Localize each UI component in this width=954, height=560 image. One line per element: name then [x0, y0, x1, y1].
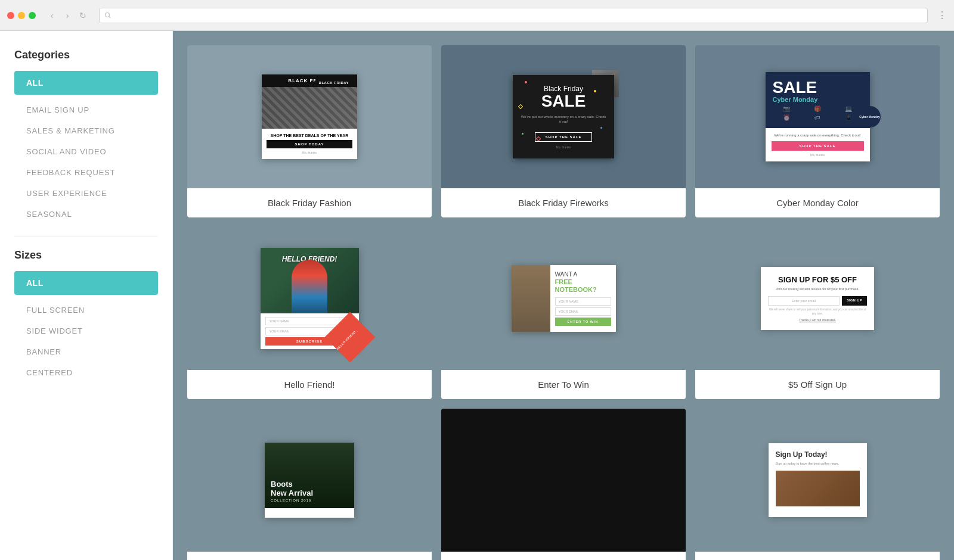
template-label: Black Friday Fireworks: [441, 188, 686, 217]
template-preview: ✕ HELLO FRIEND! YOUR NAME YOUR EMAIL SUB…: [187, 227, 432, 370]
5off-signup-button[interactable]: SIGN UP: [842, 296, 867, 306]
forward-button[interactable]: ›: [61, 9, 74, 22]
etw-notebook: FREE NOTEBOOK?: [555, 278, 597, 293]
categories-title: Categories: [14, 49, 158, 61]
sut-title: Sign Up Today!: [776, 450, 860, 459]
template-card-black-friday-fashion[interactable]: BLACK FRIDAY BLACK FRIDAY SHOP THE BEST …: [187, 45, 432, 217]
svg-line-1: [109, 16, 111, 18]
popup-bfw: Black Friday SALE We've put our whole in…: [513, 75, 614, 159]
template-card-black-friday-fireworks[interactable]: NewFrame Black Friday: [441, 45, 686, 217]
hf-person-image: [292, 260, 327, 313]
popup-boots: BootsNew Arrival COLLECTION 2016: [265, 443, 354, 518]
etw-button[interactable]: ENTER TO WIN: [555, 318, 611, 326]
back-button[interactable]: ‹: [45, 9, 58, 22]
popup-sut: Sign Up Today! Sign up today to have the…: [769, 443, 867, 517]
popup-hf-wrapper: ✕ HELLO FRIEND! YOUR NAME YOUR EMAIL SUB…: [261, 248, 359, 349]
sidebar-item-full-screen[interactable]: FULL SCREEN: [14, 300, 158, 321]
template-card-cyber-monday-color[interactable]: SALE Cyber Monday 📷 🎁 💻 ⏰ 🏷 📱: [695, 45, 940, 217]
sut-sub: Sign up today to have the best coffee ne…: [776, 461, 860, 466]
maximize-button[interactable]: [29, 12, 36, 19]
cmc-icon-gift: 🎁: [803, 105, 832, 112]
etw-email-input[interactable]: YOUR EMAIL: [555, 307, 611, 316]
sidebar-item-sales-marketing[interactable]: SALES & MARKETING: [14, 120, 158, 141]
template-card-enter-to-win[interactable]: WANT A FREE NOTEBOOK? YOUR NAME YOUR EMA…: [441, 227, 686, 399]
browser-menu-icon[interactable]: ⋮: [937, 10, 947, 21]
popup-bff: BLACK FRIDAY BLACK FRIDAY SHOP THE BEST …: [262, 74, 357, 159]
template-card-boots-new-arrival[interactable]: BootsNew Arrival COLLECTION 2016 Boots N…: [187, 409, 432, 560]
popup-hf: ✕ HELLO FRIEND! YOUR NAME YOUR EMAIL SUB…: [261, 248, 359, 349]
sidebar-item-social-video[interactable]: SOCIAL AND VIDEO: [14, 141, 158, 162]
browser-chrome: ‹ › ↻ ⋮: [0, 0, 954, 31]
5off-email-input[interactable]: Enter your email: [768, 296, 840, 306]
etw-want: WANT A: [555, 271, 578, 278]
cmc-icon-bag: 💻: [834, 105, 863, 112]
bff-link: No, thanks: [267, 151, 352, 154]
popup-etw-wrapper: WANT A FREE NOTEBOOK? YOUR NAME YOUR EMA…: [512, 265, 616, 332]
refresh-button[interactable]: ↻: [76, 9, 89, 22]
cmc-icon-camera: 📷: [773, 105, 801, 112]
template-preview: [441, 409, 686, 552]
5off-sub: Join our mailing list and receive $5 off…: [768, 287, 867, 292]
cmc-sale: SALE: [773, 79, 863, 96]
etw-title: WANT A FREE NOTEBOOK?: [555, 271, 611, 294]
cmc-icon-tag: 🏷: [803, 114, 832, 121]
popup-cmc: SALE Cyber Monday 📷 🎁 💻 ⏰ 🏷 📱: [766, 72, 870, 161]
template-label: Sign Up Today!: [695, 552, 940, 560]
5off-not-interested-link[interactable]: Thanks, I am not interested.: [768, 318, 867, 322]
template-label: [441, 552, 686, 560]
template-card-5-off-sign-up[interactable]: SIGN UP FOR $5 OFF Join our mailing list…: [695, 227, 940, 399]
cmc-icon-clock: ⏰: [773, 114, 801, 121]
sidebar-divider: [14, 237, 158, 237]
address-bar[interactable]: [99, 8, 928, 23]
bfw-sub: We've put our whole inventory on a crazy…: [520, 114, 607, 125]
sidebar-item-side-widget[interactable]: SIDE WIDGET: [14, 321, 158, 341]
cmc-link: No, thanks: [772, 153, 864, 157]
main-layout: Categories ALL EMAIL SIGN UP SALES & MAR…: [0, 31, 954, 560]
sidebar-item-seasonal[interactable]: SEASONAL: [14, 204, 158, 225]
badge-black-friday: BLACK FRIDAY: [315, 79, 352, 86]
popup-cmc-wrapper: SALE Cyber Monday 📷 🎁 💻 ⏰ 🏷 📱: [766, 72, 870, 161]
bff-button: SHOP TODAY: [267, 140, 352, 148]
sidebar: Categories ALL EMAIL SIGN UP SALES & MAR…: [0, 31, 173, 560]
content-area: BLACK FRIDAY BLACK FRIDAY SHOP THE BEST …: [173, 31, 954, 560]
browser-nav: ‹ › ↻: [45, 9, 89, 22]
boots-collection: COLLECTION 2016: [271, 499, 313, 502]
template-card-sign-up-today[interactable]: Sign Up Today! Sign up today to have the…: [695, 409, 940, 560]
template-preview: BootsNew Arrival COLLECTION 2016: [187, 409, 432, 552]
sizes-all-button[interactable]: ALL: [14, 271, 158, 295]
boots-title: BootsNew Arrival: [271, 480, 313, 497]
template-preview: NewFrame Black Friday: [441, 45, 686, 188]
bfw-link: No, thanks: [520, 145, 607, 149]
template-card-hello-friend[interactable]: ✕ HELLO FRIEND! YOUR NAME YOUR EMAIL SUB…: [187, 227, 432, 399]
bfw-sale: SALE: [520, 93, 607, 110]
cmc-button: SHOP THE SALE: [772, 141, 864, 151]
cmc-icon-phone: 📱: [834, 114, 863, 121]
sidebar-item-centered[interactable]: CENTERED: [14, 362, 158, 383]
categories-all-button[interactable]: ALL: [14, 71, 158, 95]
template-card-dark[interactable]: [441, 409, 686, 560]
etw-image: [512, 265, 550, 332]
cmc-desc: We're running a crazy sale on everything…: [772, 133, 864, 138]
5off-privacy: We will never share or sell your persona…: [768, 308, 867, 316]
sidebar-item-feedback-request[interactable]: FEEDBACK REQUEST: [14, 162, 158, 183]
close-button[interactable]: [7, 12, 14, 19]
template-preview: BLACK FRIDAY BLACK FRIDAY SHOP THE BEST …: [187, 45, 432, 188]
template-preview: SALE Cyber Monday 📷 🎁 💻 ⏰ 🏷 📱: [695, 45, 940, 188]
minimize-button[interactable]: [18, 12, 25, 19]
5off-title: SIGN UP FOR $5 OFF: [768, 275, 867, 285]
traffic-lights: [7, 12, 36, 19]
template-grid: BLACK FRIDAY BLACK FRIDAY SHOP THE BEST …: [187, 45, 940, 560]
bff-title: SHOP THE BEST DEALS OF THE YEAR: [267, 133, 352, 138]
popup-bfw-wrapper: NewFrame Black Friday: [513, 75, 614, 159]
template-label: Boots New Arrival: [187, 552, 432, 560]
template-label: Enter To Win: [441, 370, 686, 399]
bfw-button: SHOP THE SALE: [535, 132, 591, 142]
etw-name-input[interactable]: YOUR NAME: [555, 297, 611, 306]
sidebar-item-user-experience[interactable]: USER EXPERIENCE: [14, 183, 158, 204]
template-preview: Sign Up Today! Sign up today to have the…: [695, 409, 940, 552]
popup-5off: SIGN UP FOR $5 OFF Join our mailing list…: [761, 267, 874, 330]
sidebar-item-email-signup[interactable]: EMAIL SIGN UP: [14, 99, 158, 120]
sidebar-item-banner[interactable]: BANNER: [14, 341, 158, 362]
template-label: Cyber Monday Color: [695, 188, 940, 217]
template-label: $5 Off Sign Up: [695, 370, 940, 399]
